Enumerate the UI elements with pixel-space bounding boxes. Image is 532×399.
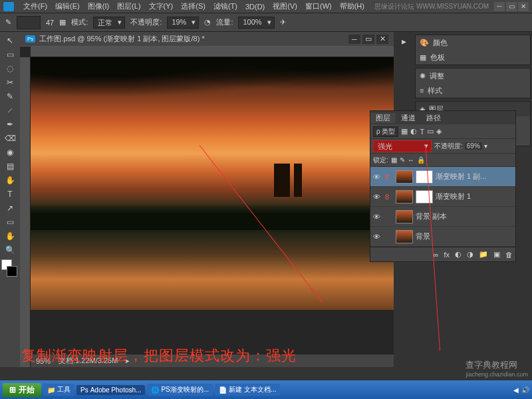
brush-preview[interactable] <box>17 16 41 29</box>
menu-layer[interactable]: 图层(L) <box>113 1 144 11</box>
layer-name[interactable]: 渐变映射 1 副... <box>436 172 513 182</box>
background-color[interactable] <box>7 266 17 277</box>
taskbar-item[interactable]: PsAdobe Photosh... <box>76 385 145 395</box>
menu-select[interactable]: 选择(S) <box>177 1 209 11</box>
doc-close-button[interactable]: ✕ <box>376 35 388 44</box>
filter-shape-icon[interactable]: ▭ <box>427 127 434 136</box>
lasso-tool[interactable]: ◌ <box>2 62 18 75</box>
visibility-icon[interactable]: 👁 <box>373 173 382 181</box>
layer-mask-thumbnail[interactable] <box>416 190 433 203</box>
ruler-vertical[interactable] <box>20 57 31 367</box>
blur-tool[interactable]: ▤ <box>2 160 18 173</box>
new-layer-icon[interactable]: ▣ <box>493 250 500 259</box>
blend-mode-dropdown[interactable]: 强光 <box>373 140 432 152</box>
mode-dropdown[interactable]: 正常 <box>93 17 125 29</box>
lock-transparent-icon[interactable]: ▦ <box>391 156 397 164</box>
chevron-down-icon[interactable]: ▾ <box>484 142 487 150</box>
tab-layers[interactable]: 图层 <box>370 113 396 123</box>
hand-tool[interactable]: ✋ <box>2 229 18 243</box>
history-icon[interactable]: ▸ <box>402 36 406 47</box>
layer-thumbnail[interactable] <box>396 170 413 184</box>
layer-row[interactable]: 👁 8 渐变映射 1 <box>370 187 515 207</box>
flow-dropdown[interactable]: 100% <box>238 17 274 29</box>
layer-name[interactable]: 渐变映射 1 <box>436 192 513 201</box>
visibility-icon[interactable]: 👁 <box>373 213 382 221</box>
panel-color[interactable]: 🎨颜色 <box>416 35 530 50</box>
menu-window[interactable]: 窗口(W) <box>301 1 336 11</box>
tab-paths[interactable]: 路径 <box>421 113 446 123</box>
menu-type[interactable]: 文字(Y) <box>145 1 178 11</box>
pressure-opacity-icon[interactable]: ◔ <box>204 18 211 27</box>
lock-all-icon[interactable]: 🔒 <box>417 156 425 164</box>
type-tool[interactable]: T <box>2 188 18 201</box>
tab-channels[interactable]: 通道 <box>396 113 421 123</box>
mask-icon[interactable]: ◐ <box>455 250 462 259</box>
canvas-area[interactable] <box>31 57 394 354</box>
menu-file[interactable]: 文件(F) <box>19 1 51 11</box>
minimize-button[interactable]: ─ <box>494 2 505 11</box>
panel-styles[interactable]: ≡样式 <box>416 83 530 98</box>
layer-row[interactable]: 👁 8 渐变映射 1 副... <box>370 167 515 187</box>
filter-pixel-icon[interactable]: ▦ <box>401 127 408 136</box>
ruler-horizontal[interactable] <box>31 47 394 57</box>
airbrush-icon[interactable]: ✈ <box>280 18 286 27</box>
menu-3d[interactable]: 3D(D) <box>241 3 269 11</box>
filter-type-icon[interactable]: T <box>420 128 424 136</box>
color-swatches[interactable] <box>1 259 19 279</box>
opacity-dropdown[interactable]: 19% <box>167 17 199 29</box>
menu-view[interactable]: 视图(V) <box>269 1 301 11</box>
layer-opacity-value[interactable]: 69% <box>465 142 482 150</box>
link-icon[interactable]: 8 <box>385 173 393 181</box>
system-tray[interactable]: ◀ 🔊 <box>513 386 529 394</box>
shape-tool[interactable]: ▭ <box>2 215 18 229</box>
close-button[interactable]: ✕ <box>518 2 529 11</box>
start-button[interactable]: ⊞ 开始 <box>3 383 41 397</box>
crop-tool[interactable]: ✂ <box>2 76 18 89</box>
stamp-tool[interactable]: ✒ <box>2 118 18 131</box>
brush-settings-icon[interactable]: ▦ <box>59 18 66 27</box>
eraser-tool[interactable]: ⌫ <box>2 132 18 145</box>
layer-mask-thumbnail[interactable] <box>416 170 433 184</box>
fx-icon[interactable]: fx <box>444 251 450 259</box>
link-icon[interactable]: 8 <box>385 193 393 201</box>
eyedropper-tool[interactable]: ✎ <box>2 90 18 103</box>
taskbar-item[interactable]: 🌐PS渐变映射的... <box>147 384 213 396</box>
visibility-icon[interactable]: 👁 <box>373 193 382 201</box>
tray-icon[interactable]: ◀ <box>513 386 519 394</box>
layer-row[interactable]: 👁 背景 <box>370 227 515 247</box>
taskbar-item[interactable]: 📄新建 文本文档... <box>215 384 280 396</box>
layer-thumbnail[interactable] <box>396 190 413 203</box>
maximize-button[interactable]: ▭ <box>506 2 517 11</box>
panel-adjustments[interactable]: ✺调整 <box>416 68 530 83</box>
layer-name[interactable]: 背景 <box>416 231 513 241</box>
layer-thumbnail[interactable] <box>396 210 413 223</box>
doc-minimize-button[interactable]: ─ <box>348 35 360 44</box>
path-tool[interactable]: ↗ <box>2 201 18 215</box>
move-tool[interactable]: ↖ <box>2 34 18 47</box>
adjustment-icon[interactable]: ◑ <box>467 250 473 259</box>
pen-tool[interactable]: ✋ <box>2 174 18 187</box>
folder-icon[interactable]: 📁 <box>479 250 488 259</box>
filter-adjust-icon[interactable]: ◐ <box>410 127 417 136</box>
zoom-tool[interactable]: 🔍 <box>2 243 18 257</box>
lock-paint-icon[interactable]: ✎ <box>400 156 405 164</box>
brush-size[interactable]: 47 <box>46 19 54 27</box>
doc-restore-button[interactable]: ▭ <box>362 35 374 44</box>
menu-help[interactable]: 帮助(H) <box>336 1 368 11</box>
taskbar-item[interactable]: 📁工具 <box>43 384 74 396</box>
visibility-icon[interactable]: 👁 <box>373 233 382 241</box>
marquee-tool[interactable]: ▭ <box>2 48 18 61</box>
menu-image[interactable]: 图像(I) <box>84 1 113 11</box>
brush-tool[interactable]: ⟋ <box>2 104 18 117</box>
gradient-tool[interactable]: ◉ <box>2 146 18 159</box>
link-layers-icon[interactable]: ∞ <box>434 251 439 259</box>
menu-filter[interactable]: 滤镜(T) <box>209 1 241 11</box>
filter-kind-dropdown[interactable]: ρ 类型 <box>373 126 398 137</box>
layer-thumbnail[interactable] <box>396 230 413 243</box>
menu-edit[interactable]: 编辑(E) <box>51 1 84 11</box>
trash-icon[interactable]: 🗑 <box>505 251 513 259</box>
tray-icon[interactable]: 🔊 <box>521 386 529 394</box>
lock-position-icon[interactable]: ↔ <box>408 156 414 164</box>
panel-swatches[interactable]: ▦色板 <box>416 50 530 65</box>
filter-smart-icon[interactable]: ◈ <box>436 127 442 136</box>
